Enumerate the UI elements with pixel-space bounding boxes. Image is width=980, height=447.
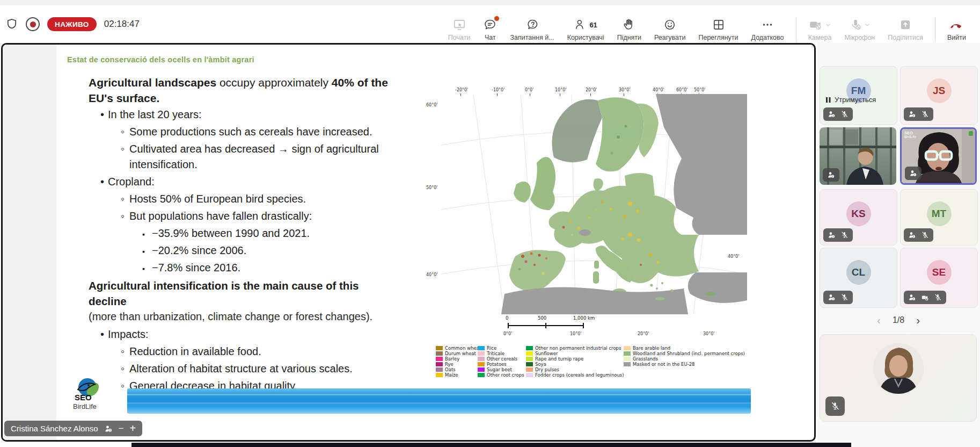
ellipsis-icon: [760, 18, 774, 32]
slide-text-column: Agricultural landscapes occupy approxima…: [89, 75, 396, 395]
qa-button[interactable]: Запитання й...: [504, 18, 559, 41]
tile-status-chip: [825, 396, 845, 416]
camera-on-indicator: [969, 131, 973, 136]
next-page-button[interactable]: ›: [916, 314, 920, 327]
person-alert-icon: [909, 169, 917, 177]
participant-tile-cl[interactable]: CL: [820, 248, 897, 308]
slide-bullet: Cultivated area has decreased → sign of …: [89, 141, 396, 172]
participant-tile-js[interactable]: JS: [900, 66, 978, 125]
participant-tile-se[interactable]: SE: [900, 248, 978, 308]
participant-tile-mt[interactable]: MT: [900, 189, 978, 246]
camera-button[interactable]: Камера: [803, 18, 837, 41]
avatar: KS: [846, 201, 871, 226]
map-legend-column: Common wheat Durum wheat Barley Rye Oats…: [436, 345, 481, 378]
svg-text:SEO: SEO: [75, 393, 92, 402]
slide-bullet: Impacts:: [89, 327, 396, 342]
slide-header: Estat de conservació dels ocells en l'àm…: [67, 55, 254, 64]
slide-bullet: Alteration of habitat structure at vario…: [89, 361, 396, 377]
chat-button[interactable]: Чат: [478, 18, 502, 41]
mic-off-icon: [840, 231, 849, 239]
gallery-pagination: ‹ 1/8 ›: [866, 313, 931, 327]
toolbar-separator: [796, 17, 796, 42]
filmstrip-edge: [131, 443, 851, 447]
mic-off-icon: [830, 401, 840, 411]
slide-bullet: Some productions such as cereals have in…: [89, 124, 396, 140]
react-button[interactable]: Реагувати: [649, 18, 691, 41]
mic-off-icon: [840, 110, 849, 118]
tile-status-chip: [905, 167, 922, 180]
person-alert-icon: [828, 293, 836, 301]
avatar: MT: [927, 201, 952, 226]
mic-off-icon: [934, 293, 942, 301]
tile-status-chip: [823, 291, 853, 304]
toolbar-separator: [935, 17, 935, 42]
on-hold-status: Утримується: [825, 96, 876, 104]
presenter-name-overlay[interactable]: Cristina Sánchez Alonso − +: [4, 421, 142, 436]
person-alert-icon: [828, 110, 836, 118]
people-icon: [574, 18, 588, 32]
hand-icon: [622, 18, 636, 32]
previous-page-button[interactable]: ‹: [877, 314, 881, 327]
slide-blue-band: [127, 388, 751, 414]
chat-notification-dot: [494, 16, 499, 21]
europe-crop-map: -20°0' -10°0' 0°0' 10°0' 20°0' 30°0' 40°…: [435, 80, 757, 381]
avatar: CL: [846, 260, 871, 285]
avatar: SE: [927, 260, 952, 285]
window-top-strip: [0, 0, 980, 5]
chevron-down-icon[interactable]: [824, 21, 832, 28]
meeting-status-group: НАЖИВО 02:18:47: [0, 17, 140, 31]
share-tray-icon: [898, 18, 912, 32]
view-button[interactable]: Переглянути: [693, 18, 743, 41]
slide-bullet: −35.9% between 1990 and 2021.: [89, 226, 396, 241]
map-scale-bar: [508, 325, 584, 326]
zoom-out-button[interactable]: −: [119, 423, 124, 434]
start-presenting-button[interactable]: Почати: [443, 18, 476, 41]
person-alert-icon: [908, 231, 916, 239]
participants-button[interactable]: 61 Користувачі: [562, 18, 610, 41]
slide-bullet: Reduction in available food.: [89, 344, 396, 359]
grid-view-icon: [712, 18, 726, 32]
avatar: JS: [927, 78, 952, 103]
person-alert-icon: [908, 110, 916, 118]
mic-off-icon: [840, 293, 849, 301]
more-button[interactable]: Додатково: [746, 18, 789, 41]
security-shield-icon: [5, 17, 18, 31]
meeting-timer: 02:18:47: [104, 19, 140, 30]
participant-tile-ks[interactable]: KS: [820, 189, 897, 246]
presenter-name: Cristina Sánchez Alonso: [11, 424, 98, 433]
question-bubble-icon: [525, 18, 539, 32]
person-alert-icon: [828, 231, 836, 239]
page-indicator: 1/8: [893, 315, 904, 325]
share-content-button[interactable]: Поділитися: [882, 18, 928, 41]
slide-bullet: But populations have fallen drastically:: [89, 208, 396, 224]
participant-tile-fm[interactable]: FM Утримується: [820, 66, 897, 125]
self-avatar: [873, 343, 924, 394]
person-alert-icon: [908, 293, 916, 301]
tile-status-chip: [823, 107, 853, 121]
screen-share-icon: [452, 18, 466, 32]
map-legend-column: Rice Triticale Other cereals Potatoes Su…: [478, 345, 524, 378]
microphone-button[interactable]: Мікрофон: [839, 18, 881, 41]
slide-emphasis-note: (more than urbanization, climate change …: [89, 309, 396, 325]
microphone-off-icon: [849, 18, 862, 32]
leave-button[interactable]: Вийти: [942, 18, 971, 41]
recording-icon: [26, 17, 40, 31]
cam-off-icon: [921, 293, 929, 301]
active-speaker-video-tile[interactable]: SEO BirdLife: [900, 127, 977, 185]
chevron-down-icon[interactable]: [864, 21, 871, 28]
pause-icon: [825, 97, 831, 103]
participant-video-tile[interactable]: [820, 127, 896, 185]
slide-bullet: Cropland:: [89, 174, 396, 190]
person-alert-icon: [827, 171, 835, 179]
tile-status-chip: [904, 228, 933, 242]
shared-screen-frame: Estat de conservació dels ocells en l'àm…: [1, 43, 816, 442]
live-badge: НАЖИВО: [47, 17, 97, 31]
video-watermark: SEO BirdLife: [904, 131, 916, 139]
participant-count: 61: [589, 21, 597, 29]
map-legend-column: Other non permanent industrial crops Sun…: [526, 345, 624, 378]
raise-hand-button[interactable]: Підняти: [612, 18, 647, 41]
smiley-icon: [663, 18, 677, 32]
slide-left-margin: [3, 45, 56, 440]
zoom-in-button[interactable]: +: [130, 422, 136, 435]
self-view-tile[interactable]: [820, 334, 977, 422]
